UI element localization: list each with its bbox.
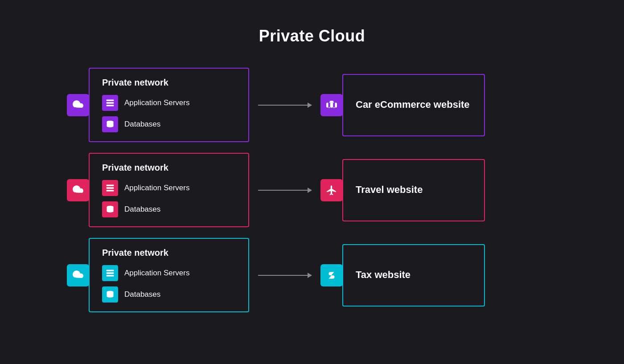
arrow-pink: [249, 190, 320, 191]
item-row-db-cyan: Databases: [102, 286, 238, 303]
car-icon: [326, 99, 337, 111]
arrow-line-purple: [258, 105, 312, 106]
page-title: Private Cloud: [259, 27, 365, 45]
badge-cyan: [67, 264, 89, 286]
website-box-pink: Travel website: [342, 159, 485, 221]
website-badge-purple: [320, 94, 343, 116]
website-box-purple: Car eCommerce website: [342, 74, 485, 136]
plane-icon: [326, 184, 337, 196]
item-label-db-cyan: Databases: [124, 290, 160, 299]
website-box-cyan: Tax website: [342, 244, 485, 307]
cloud-icon: [72, 99, 84, 111]
diagram-container: Private network Application Servers Data…: [67, 68, 557, 312]
item-label-servers-pink: Application Servers: [124, 184, 189, 192]
item-label-servers-purple: Application Servers: [124, 98, 189, 107]
cloud-icon-pink: [72, 184, 84, 196]
website-title-purple: Car eCommerce website: [356, 98, 470, 111]
servers-icon-purple: [102, 95, 118, 111]
svg-rect-8: [330, 102, 333, 107]
item-row-db-purple: Databases: [102, 116, 238, 132]
badge-pink: [67, 179, 89, 201]
website-title-cyan: Tax website: [356, 269, 411, 282]
arrow-line-cyan: [258, 275, 312, 276]
svg-point-10: [333, 107, 334, 108]
row-pink: Private network Application Servers Data…: [67, 153, 557, 227]
badge-purple: [67, 94, 89, 116]
item-row-db-pink: Databases: [102, 201, 238, 217]
svg-point-15: [112, 185, 113, 186]
row-cyan: Private network Application Servers Data…: [67, 238, 557, 312]
svg-point-24: [112, 273, 113, 274]
cloud-icon-cyan: [72, 270, 84, 281]
svg-point-17: [112, 190, 113, 191]
website-title-pink: Travel website: [356, 184, 423, 196]
row-purple: Private network Application Servers Data…: [67, 68, 557, 142]
svg-point-6: [112, 105, 113, 106]
svg-point-4: [112, 100, 113, 101]
item-label-db-pink: Databases: [124, 205, 160, 214]
item-row-servers-pink: Application Servers: [102, 180, 238, 196]
item-label-servers-cyan: Application Servers: [124, 269, 189, 278]
website-badge-pink: [320, 179, 343, 201]
network-box-purple: Private network Application Servers Data…: [89, 68, 249, 142]
svg-point-25: [112, 275, 113, 276]
db-icon-purple: [102, 116, 118, 132]
arrow-cyan: [249, 275, 320, 276]
db-icon-cyan: [102, 286, 118, 303]
svg-point-23: [112, 270, 113, 271]
db-icon-pink: [102, 201, 118, 217]
dollar-icon: [326, 270, 337, 281]
svg-point-5: [112, 102, 113, 103]
network-box-pink: Private network Application Servers Data…: [89, 153, 249, 227]
arrow-purple: [249, 105, 320, 106]
servers-icon-cyan: [102, 265, 118, 281]
svg-point-9: [329, 107, 330, 108]
website-badge-cyan: [320, 264, 343, 286]
svg-point-16: [112, 188, 113, 188]
network-title-purple: Private network: [102, 78, 238, 88]
item-row-servers-cyan: Application Servers: [102, 265, 238, 281]
network-box-cyan: Private network Application Servers Data…: [89, 238, 249, 312]
arrow-line-pink: [258, 190, 312, 191]
network-title-pink: Private network: [102, 163, 238, 173]
item-row-servers-purple: Application Servers: [102, 95, 238, 111]
network-title-cyan: Private network: [102, 248, 238, 258]
item-label-db-purple: Databases: [124, 120, 160, 129]
servers-icon-pink: [102, 180, 118, 196]
